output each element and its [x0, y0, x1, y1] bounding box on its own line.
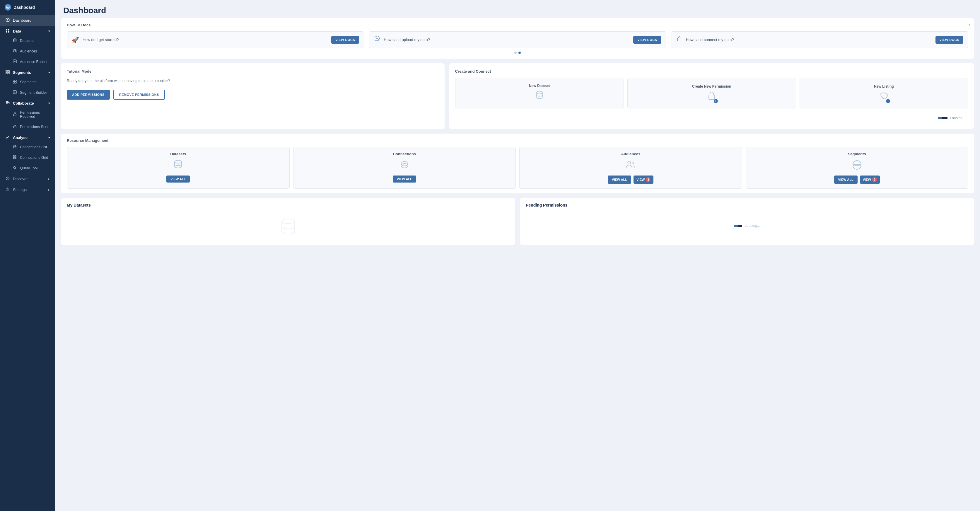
svg-rect-16 [13, 80, 14, 81]
carousel-dots [67, 52, 968, 54]
docs-card-text-2: How can I upload my data? [384, 38, 630, 42]
collaborate-icon [5, 101, 10, 106]
sidebar-item-connections-list[interactable]: Connections List [1, 142, 55, 152]
sidebar-item-audiences[interactable]: Audiences [1, 46, 55, 57]
svg-rect-18 [13, 82, 14, 83]
view-docs-button-2[interactable]: VIEW DOCS [633, 36, 661, 44]
permissions-received-icon [12, 112, 17, 117]
data-chevron-icon: ▾ [48, 30, 50, 33]
svg-point-9 [13, 49, 15, 51]
resource-audiences-label: Audiences [621, 152, 640, 156]
resource-card-segments: Segments VIEW ALL VIEW 2 [746, 147, 969, 189]
svg-point-35 [536, 91, 543, 94]
pending-loading-text: Loading... [745, 224, 760, 228]
svg-rect-36 [709, 95, 714, 100]
svg-rect-30 [15, 158, 16, 159]
resource-connections-label: Connections [393, 152, 416, 156]
create-connect-card: Create and Connect New Dataset Create Ne… [449, 63, 974, 129]
audiences-badge: 3 [646, 177, 651, 182]
svg-point-3 [7, 19, 8, 21]
leaf-plus-badge: + [886, 99, 890, 103]
sidebar-item-data[interactable]: Data ▾ [0, 26, 55, 35]
svg-point-25 [8, 136, 9, 137]
datasets-icon [12, 38, 17, 43]
new-dataset-icon [535, 90, 544, 102]
create-permission-label: Create New Permission [692, 84, 731, 89]
svg-rect-29 [13, 158, 14, 159]
resource-segments-label: Segments [848, 152, 866, 156]
new-dataset-item[interactable]: New Dataset [455, 78, 624, 108]
segments-view-all-button[interactable]: VIEW ALL [834, 175, 858, 184]
resource-connections-icon [399, 159, 410, 173]
resource-management-section: Resource Management Datasets VIEW ALL Co… [61, 134, 974, 193]
connections-view-all-button[interactable]: VIEW ALL [393, 175, 416, 183]
svg-rect-24 [13, 126, 16, 128]
svg-point-22 [8, 102, 10, 103]
analyse-icon [5, 135, 10, 140]
discover-chevron-icon: ▸ [48, 177, 50, 180]
loading-indicator: Loading... [455, 113, 968, 123]
svg-point-37 [175, 160, 181, 163]
audiences-view-all-button[interactable]: VIEW ALL [608, 175, 631, 184]
sidebar-item-settings[interactable]: Settings ▸ [0, 184, 55, 195]
sidebar-item-collaborate[interactable]: Collaborate ▾ [0, 98, 55, 108]
create-connect-items: New Dataset Create New Permission + New … [455, 78, 968, 108]
dot-2[interactable] [519, 52, 521, 54]
sidebar-item-segment-builder[interactable]: Segment Builder [1, 87, 55, 98]
sidebar-item-discover[interactable]: Discover ▸ [0, 174, 55, 184]
svg-rect-6 [6, 31, 7, 32]
audiences-view-badge-button[interactable]: VIEW 3 [633, 175, 654, 184]
sidebar-item-analyse[interactable]: Analyse ▾ [0, 132, 55, 142]
add-permissions-button[interactable]: ADD PERMISSIONS [67, 90, 110, 100]
sidebar-item-segments-header[interactable]: Segments ▾ [0, 67, 55, 77]
sidebar-item-permissions-sent[interactable]: Permissions Sent [1, 122, 55, 132]
analyse-chevron-icon: ▾ [48, 136, 50, 139]
sidebar-item-permissions-received[interactable]: Permissions Received [1, 108, 55, 122]
svg-rect-13 [8, 70, 10, 72]
dot-1[interactable] [514, 52, 517, 54]
page-header: Dashboard [55, 0, 980, 18]
svg-rect-17 [15, 80, 16, 81]
view-docs-button-1[interactable]: VIEW DOCS [331, 36, 359, 44]
main-content: Dashboard How To Docs ‹ 🚀 How do I get s… [55, 0, 980, 511]
docs-card-upload: How can I upload my data? VIEW DOCS [369, 31, 666, 48]
new-dataset-label: New Dataset [529, 84, 550, 88]
sidebar-item-connections-grid[interactable]: Connections Grid [1, 152, 55, 163]
segments-chevron-icon: ▾ [48, 71, 50, 74]
sidebar-item-datasets[interactable]: Datasets [1, 35, 55, 46]
svg-point-21 [6, 101, 8, 103]
remove-permissions-button[interactable]: REMOVE PERMISSIONS [113, 90, 165, 100]
sidebar-item-query-tool[interactable]: Query Tool [1, 163, 55, 174]
svg-point-32 [6, 177, 10, 180]
tutorial-mode-description: Ready to try out the platform without ha… [67, 78, 439, 84]
upload-icon [374, 36, 380, 44]
svg-rect-15 [8, 72, 10, 74]
collapse-button[interactable]: ‹ [969, 22, 970, 27]
loading-bar [938, 117, 948, 119]
resource-card-datasets: Datasets VIEW ALL [67, 147, 290, 189]
query-tool-icon [12, 166, 17, 170]
sidebar-item-segments[interactable]: Segments [1, 77, 55, 87]
datasets-view-all-button[interactable]: VIEW ALL [166, 175, 190, 183]
new-listing-item[interactable]: New Listing + [800, 78, 968, 108]
lock-plus-badge: + [714, 99, 718, 103]
svg-rect-7 [8, 31, 10, 32]
view-docs-button-3[interactable]: VIEW DOCS [935, 36, 963, 44]
segments-badge: 2 [872, 177, 877, 182]
tutorial-buttons: ADD PERMISSIONS REMOVE PERMISSIONS [67, 90, 439, 100]
svg-point-33 [7, 189, 8, 190]
segment-builder-icon [12, 90, 17, 95]
data-icon [5, 29, 10, 34]
sidebar-logo[interactable]: Dashboard [0, 0, 55, 15]
audiences-nav-icon [12, 49, 17, 54]
svg-rect-12 [6, 70, 7, 72]
create-permission-item[interactable]: Create New Permission + [627, 78, 796, 108]
sidebar: Dashboard Dashboard Data ▾ Datasets Audi… [0, 0, 55, 511]
sidebar-item-audience-builder[interactable]: Audience Builder [1, 57, 55, 67]
audiences-buttons: VIEW ALL VIEW 3 [608, 175, 654, 184]
sidebar-item-dashboard[interactable]: Dashboard [0, 15, 55, 26]
segments-view-badge-button[interactable]: VIEW 2 [860, 175, 880, 184]
resource-datasets-label: Datasets [170, 152, 186, 156]
svg-point-39 [632, 162, 634, 164]
resource-segments-icon [851, 159, 862, 173]
